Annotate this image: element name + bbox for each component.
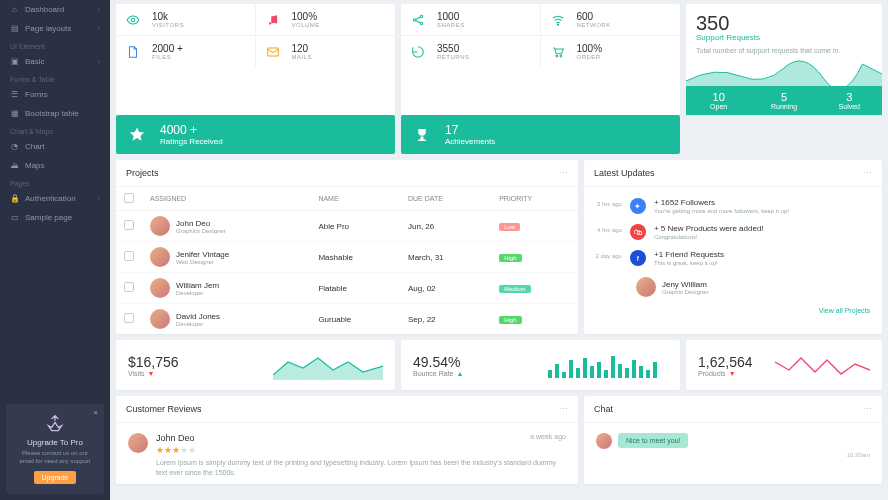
- chat-card: Chat⋯ Nice to meet you! 10:20am: [584, 396, 882, 484]
- stat-label: RETURNS: [437, 54, 470, 60]
- support-tab-open[interactable]: 10Open: [686, 86, 751, 115]
- support-desc: Total number of support requests that co…: [696, 47, 872, 54]
- project-name: Flatable: [310, 273, 400, 304]
- row-checkbox[interactable]: [124, 313, 134, 323]
- person-role: Developer: [176, 321, 220, 327]
- support-label: Support Requests: [696, 33, 872, 42]
- support-sparkline: [686, 56, 882, 86]
- table-row[interactable]: David JonesDeveloperGuruableSep, 22High: [116, 304, 578, 335]
- svg-point-2: [274, 21, 276, 23]
- upgrade-button[interactable]: Upgrade: [34, 471, 77, 484]
- mail-icon: [266, 45, 280, 59]
- svg-rect-22: [632, 360, 636, 378]
- reviewer-name: John Deo: [156, 433, 195, 443]
- visits-card: $16,756Visits▼: [116, 340, 395, 390]
- achievements-banner: 17Achievements: [401, 115, 680, 154]
- stat-label: VOLUME: [292, 22, 320, 28]
- nav-section-chart: Chart & Maps: [0, 123, 110, 137]
- nav-sample-page[interactable]: ▭Sample page: [0, 208, 110, 227]
- stat-value: 1000: [437, 11, 465, 22]
- card-menu-icon[interactable]: ⋯: [559, 404, 568, 414]
- stat-value: 100%: [292, 11, 320, 22]
- stat-cell: 10kVISITORS: [116, 4, 256, 36]
- friend-meta: Graphic Designer: [662, 289, 709, 295]
- update-title: + 5 New Products were added!: [654, 224, 764, 233]
- select-all-checkbox[interactable]: [124, 193, 134, 203]
- stat-label: MAILS: [292, 54, 313, 60]
- svg-point-7: [557, 24, 558, 25]
- nav-page-layouts[interactable]: ▤Page layouts›: [0, 19, 110, 38]
- card-menu-icon[interactable]: ⋯: [559, 168, 568, 178]
- cart-icon: [551, 45, 565, 59]
- caret-down-icon: ▼: [729, 370, 736, 377]
- svg-point-9: [560, 55, 562, 57]
- main: 10kVISITORS100%VOLUME2000 +FILES120MAILS…: [110, 0, 888, 500]
- banner-label: Ratings Received: [160, 137, 223, 146]
- stat-cell: 3550RETURNS: [401, 36, 541, 67]
- svg-rect-25: [653, 362, 657, 378]
- svg-rect-20: [618, 364, 622, 378]
- stat-value: 3550: [437, 43, 470, 54]
- avatar: [150, 278, 170, 298]
- person-name: David Jones: [176, 312, 220, 321]
- svg-rect-21: [625, 368, 629, 378]
- music-icon: [266, 13, 280, 27]
- chevron-icon: ›: [98, 6, 100, 13]
- table-row[interactable]: Jenifer VintageWeb DesignerMashableMarch…: [116, 242, 578, 273]
- stat-label: SHARES: [437, 22, 465, 28]
- chevron-icon: ›: [98, 195, 100, 202]
- box-icon: ▣: [10, 57, 19, 66]
- svg-rect-18: [604, 370, 608, 378]
- friend-request[interactable]: Jeny WilliamGraphic Designer: [636, 277, 872, 297]
- update-icon: ✦: [630, 198, 646, 214]
- nav-section-pages: Pages: [0, 175, 110, 189]
- row-checkbox[interactable]: [124, 220, 134, 230]
- card-menu-icon[interactable]: ⋯: [863, 404, 872, 414]
- row-checkbox[interactable]: [124, 251, 134, 261]
- products-card: 1,62,564Products▼: [686, 340, 882, 390]
- support-tab-running[interactable]: 5Running: [751, 86, 816, 115]
- priority-badge: High: [499, 316, 521, 324]
- table-row[interactable]: John DeoGraphics DesignerAble ProJun, 26…: [116, 211, 578, 242]
- nav-authentication[interactable]: 🔒Authentication›: [0, 189, 110, 208]
- table-row[interactable]: William JemDeveloperFlatableAug, 02Mediu…: [116, 273, 578, 304]
- caret-down-icon: ▼: [148, 370, 155, 377]
- support-count: 350: [696, 12, 872, 35]
- update-title: +1 Friend Requests: [654, 250, 724, 259]
- view-all-link[interactable]: View all Projects: [584, 303, 882, 318]
- stat-value: 2000 +: [152, 43, 183, 54]
- stat-cell: 100%VOLUME: [256, 4, 396, 36]
- sidebar: ⌂Dashboard› ▤Page layouts› UI Element ▣B…: [0, 0, 110, 500]
- support-tabs: 10Open 5Running 3Solved: [686, 86, 882, 115]
- update-desc: This is great, keep it up!: [654, 260, 724, 266]
- stats-card-a: 10kVISITORS100%VOLUME2000 +FILES120MAILS: [116, 4, 395, 115]
- due-date: Aug, 02: [400, 273, 491, 304]
- upgrade-icon: [45, 414, 65, 434]
- nav-maps[interactable]: ⛰Maps: [0, 156, 110, 175]
- card-menu-icon[interactable]: ⋯: [863, 168, 872, 178]
- support-tab-solved[interactable]: 3Solved: [817, 86, 882, 115]
- close-icon[interactable]: ×: [93, 408, 98, 417]
- chat-title: Chat: [594, 404, 613, 414]
- update-title: + 1652 Followers: [654, 198, 789, 207]
- nav-forms[interactable]: ☰Forms: [0, 85, 110, 104]
- nav-dashboard[interactable]: ⌂Dashboard›: [0, 0, 110, 19]
- trophy-icon: [413, 126, 431, 144]
- svg-point-6: [420, 22, 422, 24]
- avatar: [150, 216, 170, 236]
- svg-rect-24: [646, 370, 650, 378]
- upgrade-title: Upgrade To Pro: [14, 438, 96, 447]
- update-item: 2 day agof+1 Friend RequestsThis is grea…: [594, 245, 872, 271]
- stat-value: 120: [292, 43, 313, 54]
- home-icon: ⌂: [10, 5, 19, 14]
- page-icon: ▭: [10, 213, 19, 222]
- row-checkbox[interactable]: [124, 282, 134, 292]
- banner-value: 17: [445, 123, 495, 137]
- upgrade-desc: Please contact us on our email for need …: [14, 450, 96, 466]
- star-rating: ★★★★★: [156, 445, 566, 455]
- nav-bootstrap-table[interactable]: ▦Bootstrap table: [0, 104, 110, 123]
- person-role: Graphics Designer: [176, 228, 226, 234]
- avatar: [128, 433, 148, 453]
- nav-chart[interactable]: ◔Chart: [0, 137, 110, 156]
- nav-basic[interactable]: ▣Basic›: [0, 52, 110, 71]
